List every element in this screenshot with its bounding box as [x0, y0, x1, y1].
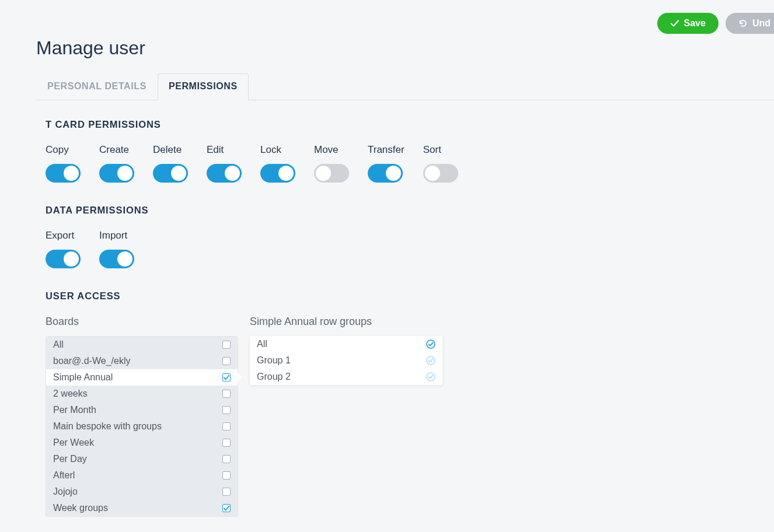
board-checkbox-afterl[interactable]: [222, 471, 231, 480]
board-checkbox-jojojo[interactable]: [222, 488, 231, 496]
tcard-toggle-lock[interactable]: [260, 164, 295, 183]
tab-permissions[interactable]: PERMISSIONS: [158, 74, 249, 100]
page-title: Manage user: [36, 37, 145, 59]
board-row-jojojo[interactable]: Jojojo: [46, 484, 238, 500]
svg-point-0: [427, 340, 435, 348]
tcard-label-move: Move: [314, 144, 349, 156]
toggle-knob: [64, 251, 79, 267]
board-checkbox-main-bespoke-with-groups[interactable]: [222, 422, 231, 430]
data-toggle-import[interactable]: [99, 250, 134, 268]
boards-list: Allboar@.d-We_/eklySimple Annual2 weeksP…: [46, 336, 238, 517]
board-label: Simple Annual: [53, 372, 113, 383]
board-row-week-groups[interactable]: Week groups: [46, 500, 238, 516]
group-row-all[interactable]: All: [250, 336, 442, 352]
undo-icon: [738, 19, 748, 28]
board-checkbox-per-month[interactable]: [222, 406, 231, 414]
group-checkbox-group-2[interactable]: [426, 372, 435, 382]
board-row-main-bespoke-with-groups[interactable]: Main bespoke with groups: [46, 418, 238, 435]
section-title-data: DATA PERMISSIONS: [46, 205, 774, 216]
tcard-toggle-move[interactable]: [314, 164, 349, 183]
section-title-access: USER ACCESS: [46, 290, 774, 302]
board-row-boar-d-we-ekly[interactable]: boar@.d-We_/ekly: [46, 353, 238, 369]
tcard-toggle-create[interactable]: [99, 164, 134, 183]
tcard-label-copy: Copy: [46, 144, 81, 156]
tcard-label-lock: Lock: [260, 144, 295, 156]
boards-title: Boards: [46, 316, 238, 328]
group-checkbox-group-1[interactable]: [426, 356, 435, 365]
tcard-label-delete: Delete: [153, 144, 188, 156]
board-checkbox-2-weeks[interactable]: [222, 390, 231, 398]
board-row-per-day[interactable]: Per Day: [46, 451, 238, 467]
tcard-label-sort: Sort: [423, 144, 458, 156]
board-label: Afterl: [53, 470, 75, 481]
group-label: Group 2: [257, 372, 291, 382]
row-groups-title: Simple Annual row groups: [250, 316, 442, 328]
board-label: Per Month: [53, 405, 96, 415]
data-label-export: Export: [46, 230, 81, 242]
board-label: 2 weeks: [53, 388, 88, 399]
svg-point-2: [427, 373, 435, 381]
row-groups-list: AllGroup 1Group 2: [250, 336, 442, 385]
toggle-knob: [171, 166, 186, 181]
board-row-afterl[interactable]: Afterl: [46, 467, 238, 484]
board-label: Week groups: [53, 503, 108, 513]
undo-button-label: Und: [752, 18, 770, 29]
board-checkbox-boar-d-we-ekly[interactable]: [222, 357, 231, 365]
board-label: Per Day: [53, 454, 87, 464]
toggle-knob: [278, 166, 294, 181]
board-checkbox-all[interactable]: [222, 341, 231, 349]
save-button[interactable]: Save: [657, 13, 719, 34]
board-row-per-week[interactable]: Per Week: [46, 435, 238, 451]
board-row-all[interactable]: All: [46, 337, 238, 353]
board-checkbox-per-day[interactable]: [222, 455, 231, 463]
board-label: Jojojo: [53, 487, 78, 497]
group-row-group-2[interactable]: Group 2: [250, 369, 442, 385]
data-toggle-export[interactable]: [46, 250, 81, 268]
board-checkbox-simple-annual[interactable]: [222, 373, 231, 382]
tcard-toggle-delete[interactable]: [153, 164, 188, 183]
tcard-label-create: Create: [99, 144, 134, 156]
svg-point-1: [427, 356, 435, 365]
group-row-group-1[interactable]: Group 1: [250, 352, 442, 369]
toggle-knob: [117, 251, 133, 267]
toggle-knob: [316, 166, 331, 181]
board-row-simple-annual[interactable]: Simple Annual: [46, 369, 238, 386]
tcard-toggle-copy[interactable]: [46, 164, 81, 183]
tcard-toggle-transfer[interactable]: [368, 164, 403, 183]
board-checkbox-week-groups[interactable]: [222, 504, 231, 512]
group-label: Group 1: [257, 355, 291, 366]
board-label: Main bespoke with groups: [53, 421, 162, 432]
board-label: Per Week: [53, 438, 94, 448]
tcard-toggle-sort[interactable]: [423, 164, 458, 183]
toggle-knob: [64, 166, 79, 181]
tabs: PERSONAL DETAILS PERMISSIONS: [36, 74, 774, 100]
data-label-import: Import: [99, 230, 134, 242]
tcard-label-edit: Edit: [207, 144, 242, 156]
check-icon: [670, 19, 679, 28]
toggle-knob: [386, 166, 401, 181]
group-checkbox-all[interactable]: [426, 340, 435, 349]
board-label: boar@.d-We_/ekly: [53, 356, 130, 366]
toggle-knob: [225, 166, 240, 181]
tcard-label-transfer: Transfer: [368, 144, 405, 156]
board-checkbox-per-week[interactable]: [222, 439, 231, 447]
board-label: All: [53, 340, 64, 350]
tcard-toggle-edit[interactable]: [207, 164, 242, 183]
save-button-label: Save: [684, 18, 706, 29]
section-title-tcard: T CARD PERMISSIONS: [46, 119, 774, 130]
tab-personal-details[interactable]: PERSONAL DETAILS: [36, 74, 158, 100]
board-row-per-month[interactable]: Per Month: [46, 402, 238, 418]
group-label: All: [257, 339, 267, 349]
toggle-knob: [117, 166, 133, 181]
toggle-knob: [425, 166, 440, 181]
undo-button[interactable]: Und: [726, 13, 774, 34]
board-row-2-weeks[interactable]: 2 weeks: [46, 386, 238, 402]
